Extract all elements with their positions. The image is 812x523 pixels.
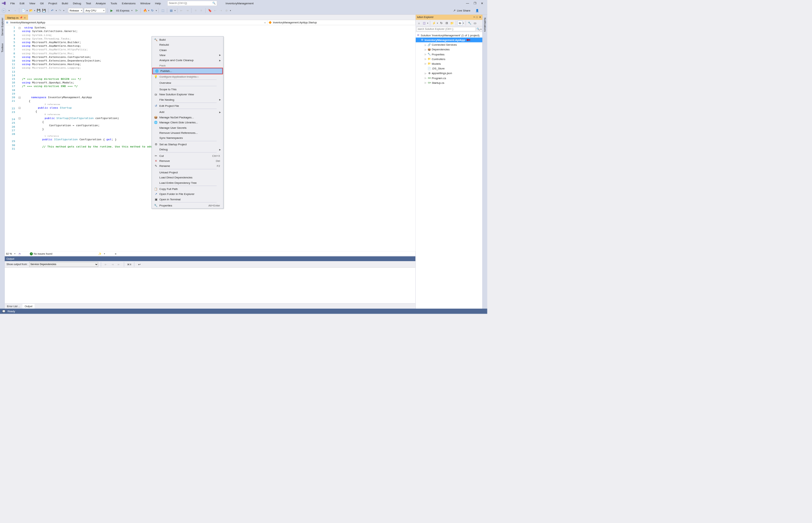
ctx-remove[interactable]: ✕RemoveDel xyxy=(152,158,223,163)
save-icon[interactable]: 💾 xyxy=(36,8,41,13)
ctx-cut[interactable]: ✂CutCtrl+X xyxy=(152,153,223,158)
ctx-build[interactable]: 🔨Build xyxy=(152,37,223,42)
ctx-edit-project-file[interactable]: ↺Edit Project File xyxy=(152,103,223,108)
menu-git[interactable]: Git xyxy=(38,1,46,6)
start-without-debug-icon[interactable]: ▷ xyxy=(134,8,139,13)
pin-icon[interactable]: 📌 xyxy=(20,17,22,19)
intellicode-icon[interactable]: ✨ xyxy=(98,252,102,255)
se-properties-icon[interactable]: 🔧 xyxy=(467,21,472,25)
platform-combo[interactable]: Any CPU xyxy=(84,8,105,13)
menu-file[interactable]: File xyxy=(8,1,17,6)
ctx-configure-application-insights---[interactable]: 💡Configure Application Insights... xyxy=(152,74,223,79)
nav-back-icon[interactable]: ← xyxy=(2,8,6,13)
close-button[interactable]: ✕ xyxy=(481,1,484,5)
minimize-button[interactable]: — xyxy=(466,1,469,5)
expander-icon[interactable]: ▷ xyxy=(424,72,427,74)
menu-view[interactable]: View xyxy=(27,1,37,6)
indent-out-icon[interactable]: ⇤ xyxy=(104,262,108,267)
menu-extensions[interactable]: Extensions xyxy=(119,1,137,6)
close-tab-icon[interactable]: ✕ xyxy=(24,16,26,19)
issues-indicator[interactable]: ✓ No issues found xyxy=(30,252,52,255)
ctx-pack[interactable]: Pack xyxy=(152,63,223,68)
search-input[interactable] xyxy=(169,2,212,5)
expander-icon[interactable]: ▷ xyxy=(424,53,427,55)
se-preview-icon[interactable]: ▭ xyxy=(473,21,477,25)
quick-search[interactable]: 🔍 xyxy=(167,1,217,6)
ctx-manage-client-side-libraries---[interactable]: 🌐Manage Client-Side Libraries... xyxy=(152,120,223,125)
expander-icon[interactable]: ▷ xyxy=(424,82,427,84)
ctx-analyze-and-code-cleanup[interactable]: Analyze and Code Cleanup▶ xyxy=(152,58,223,63)
expander-icon[interactable]: ▷ xyxy=(424,63,427,65)
code-line[interactable]: using System.Collections.Generic; xyxy=(18,29,415,33)
ctx-overview[interactable]: Overview xyxy=(152,80,223,85)
rail-notifications[interactable]: Notifications xyxy=(483,16,487,33)
se-refresh-icon[interactable]: ↻ xyxy=(439,21,443,25)
feedback-icon[interactable]: 👤 xyxy=(475,9,479,12)
expander-icon[interactable] xyxy=(424,67,427,70)
project-context-menu[interactable]: 🔨BuildRebuildCleanView▶Analyze and Code … xyxy=(152,36,224,209)
health-icon[interactable]: ◔ xyxy=(18,252,21,255)
zoom-level[interactable]: 82 % xyxy=(6,252,12,255)
scroll-left-icon[interactable]: ◄ xyxy=(114,252,117,255)
se-search-input[interactable] xyxy=(416,27,475,31)
redo-icon[interactable]: ↷ xyxy=(58,8,62,13)
tree-node[interactable]: ▷⚙appsettings.json xyxy=(416,71,482,76)
se-sync-icon[interactable]: ⚡ xyxy=(432,21,436,25)
tree-node[interactable]: 📄.DS_Store xyxy=(416,66,482,71)
expander-icon[interactable]: ▷ xyxy=(424,48,427,51)
hot-reload-icon[interactable]: 🔥 xyxy=(143,8,147,13)
bookmark-icon[interactable]: 🔖 xyxy=(207,8,212,13)
ctx-manage-nuget-packages---[interactable]: 📦Manage NuGet Packages... xyxy=(152,115,223,120)
se-maximize-icon[interactable]: □ xyxy=(476,16,478,19)
solution-tree[interactable]: ⊞ Solution 'InventoryManagement' (1 of 1… xyxy=(416,32,482,309)
browser-link-icon[interactable]: ↻ xyxy=(150,8,155,13)
tab-startup-cs[interactable]: Startup.cs 📌 ✕ xyxy=(5,14,28,20)
ctx-debug[interactable]: Debug▶ xyxy=(152,147,223,152)
indent-in-icon[interactable]: ⇥ xyxy=(110,262,115,267)
se-dropdown-icon[interactable]: ▾ xyxy=(474,16,475,19)
ctx-sync-namespaces[interactable]: Sync Namespaces xyxy=(152,135,223,140)
project-combo[interactable]: ⊞ InventoryManagement.ApiApp ▾ xyxy=(5,20,267,25)
bottom-tab-errorlist[interactable]: Error List ... xyxy=(5,304,22,309)
tree-node[interactable]: ▷C#Program.cs xyxy=(416,76,482,80)
project-node[interactable]: ⊞ InventoryManagement.ApiApp ⇐ xyxy=(416,37,482,42)
ctx-properties[interactable]: 🔧PropertiesAlt+Enter xyxy=(152,203,223,208)
tb-icon-5[interactable]: ≡ xyxy=(193,8,198,13)
se-view-icon[interactable]: ⧉ xyxy=(457,21,462,25)
menu-project[interactable]: Project xyxy=(46,1,59,6)
ctx-unload-project[interactable]: Unload Project xyxy=(152,170,223,175)
tree-node[interactable]: ▷C#Startup.cs xyxy=(416,80,482,85)
rail-toolbox[interactable]: Toolbox xyxy=(0,42,4,54)
code-line[interactable]: − using System; xyxy=(18,26,415,29)
nav-fwd-icon[interactable]: → xyxy=(13,8,17,13)
ctx-rename[interactable]: ✎RenameF2 xyxy=(152,163,223,168)
menu-debug[interactable]: Debug xyxy=(71,1,83,6)
tree-node[interactable]: ▷📁Models xyxy=(416,61,482,66)
ctx-manage-user-secrets[interactable]: Manage User Secrets xyxy=(152,125,223,130)
tb-icon-8[interactable]: ⇢ xyxy=(218,8,223,13)
ctx-load-entire-dependency-tree[interactable]: Load Entire Dependency Tree xyxy=(152,180,223,185)
live-share-button[interactable]: ↗ Live Share 👤 xyxy=(453,9,485,12)
tb-icon-1[interactable]: ⬚ xyxy=(161,8,165,13)
se-collapse-icon[interactable]: ⊟ xyxy=(444,21,449,25)
se-home-icon[interactable]: ⌂ xyxy=(416,21,421,25)
expander-icon[interactable]: ▷ xyxy=(424,58,427,60)
output-source-combo[interactable]: Service Dependencies xyxy=(29,262,98,267)
ctx-load-direct-dependencies[interactable]: Load Direct Dependencies xyxy=(152,175,223,180)
start-debug-icon[interactable]: ▶ xyxy=(109,8,114,13)
indent-icon[interactable]: ⇤ xyxy=(117,262,121,267)
ctx-open-in-terminal[interactable]: ▣Open in Terminal xyxy=(152,197,223,202)
bottom-tab-output[interactable]: Output xyxy=(22,304,35,309)
se-switch-icon[interactable]: ◫ xyxy=(422,21,427,25)
run-target-combo[interactable]: IIS Express xyxy=(115,8,133,13)
undo-icon[interactable]: ↶ xyxy=(50,8,55,13)
maximize-button[interactable]: ❐ xyxy=(473,1,476,5)
menu-analyze[interactable]: Analyze xyxy=(94,1,108,6)
expander-icon[interactable]: ▷ xyxy=(424,77,427,79)
clear-icon[interactable]: ✕≡ xyxy=(127,262,131,267)
tb-icon-9[interactable]: ⊘ xyxy=(224,8,229,13)
ctx-remove-unused-references---[interactable]: Remove Unused References... xyxy=(152,130,223,135)
ctx-new-solution-explorer-view[interactable]: 🗂New Solution Explorer View xyxy=(152,92,223,97)
solution-node[interactable]: ⊞ Solution 'InventoryManagement' (1 of 1… xyxy=(416,33,482,37)
ctx-publish---[interactable]: 🌐Publish... xyxy=(153,68,222,73)
